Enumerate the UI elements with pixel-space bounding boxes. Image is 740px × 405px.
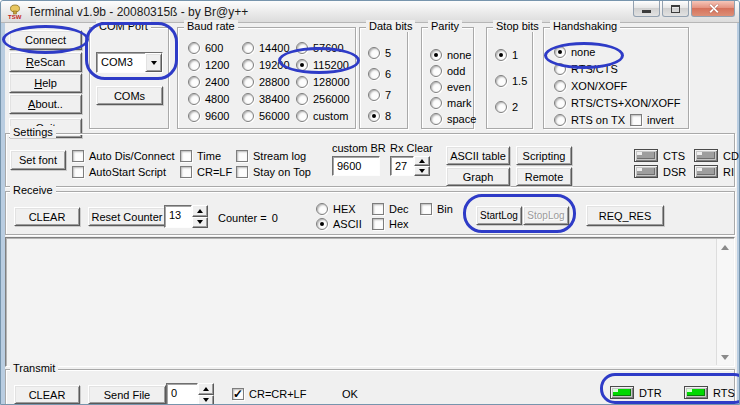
baud-2400[interactable]: 2400 (188, 75, 229, 88)
coms-button[interactable]: COMs (96, 86, 163, 105)
view-hex-radio[interactable]: HEX (316, 202, 356, 215)
cr-lf-checkbox[interactable]: CR=LF (180, 165, 232, 178)
auto-connect-checkbox[interactable]: Auto Dis/Connect (72, 149, 175, 162)
data-bits-8-label: 8 (385, 110, 391, 122)
reset-counter-button[interactable]: Reset Counter (88, 207, 166, 226)
hex-checkbox[interactable]: Hex (372, 217, 409, 230)
checkbox-icon (72, 150, 84, 162)
transmit-group: Transmit CLEAR Send File 0 CR=CR+LF OK D… (5, 369, 735, 405)
rts-indicator[interactable]: RTS (684, 386, 735, 399)
req-res-button[interactable]: REQ_RES (586, 205, 664, 226)
handshake-xon-xoff[interactable]: XON/XOFF (554, 79, 627, 92)
data-bits-7[interactable]: 7 (368, 88, 391, 101)
invert-checkbox[interactable] (630, 114, 642, 126)
spin-down-button[interactable] (192, 217, 208, 229)
baud-115200[interactable]: 115200 (296, 58, 349, 71)
cr-crlf-checkbox[interactable]: CR=CR+LF (232, 387, 306, 400)
parity-mark[interactable]: mark (430, 96, 471, 109)
baud-14400[interactable]: 14400 (242, 41, 290, 54)
transmit-delay-spinner[interactable]: 0 (166, 383, 214, 405)
spin-down-button[interactable] (414, 166, 430, 176)
spin-up-button[interactable] (414, 156, 430, 166)
baud-56000[interactable]: 56000 (242, 109, 290, 122)
ascii-table-button[interactable]: ASCII table (446, 146, 510, 165)
baud-1200[interactable]: 1200 (188, 58, 229, 71)
baud-600[interactable]: 600 (188, 41, 223, 54)
close-button[interactable] (691, 1, 735, 17)
radio-selected-icon (495, 49, 507, 61)
about-button[interactable]: About.. (9, 94, 82, 114)
stop-bits-1[interactable]: 1 (495, 48, 518, 61)
send-file-button[interactable]: Send File (88, 385, 166, 404)
receive-clear-button[interactable]: CLEAR (14, 207, 80, 226)
data-bits-6[interactable]: 6 (368, 67, 391, 80)
set-font-button[interactable]: Set font (10, 150, 66, 170)
baud-28800[interactable]: 28800 (242, 75, 290, 88)
req-res-label: REQ_RES (599, 210, 652, 222)
help-button[interactable]: Help (9, 73, 82, 93)
stop-bits-group-label: Stop bits (493, 20, 542, 32)
handshake-rts-cts[interactable]: RTS/CTS (554, 62, 618, 75)
data-bits-5[interactable]: 5 (368, 46, 391, 59)
stay-on-top-checkbox[interactable]: Stay on Top (236, 165, 311, 178)
parity-space-label: space (447, 113, 476, 125)
spin-up-button[interactable] (192, 205, 208, 217)
rescan-button[interactable]: ReScan (9, 52, 82, 72)
remote-button[interactable]: Remote (516, 167, 572, 186)
data-bits-8[interactable]: 8 (368, 109, 391, 122)
baud-38400[interactable]: 38400 (242, 92, 290, 105)
spin-down-button[interactable] (198, 395, 214, 405)
start-log-button[interactable]: StartLog (476, 206, 522, 225)
transmit-clear-button[interactable]: CLEAR (14, 385, 80, 404)
baud-128000[interactable]: 128000 (296, 75, 350, 88)
bin-checkbox[interactable]: Bin (420, 202, 453, 215)
receive-scrollbar[interactable] (716, 239, 733, 365)
cr-lf-label: CR=LF (197, 166, 232, 178)
parity-even[interactable]: even (430, 80, 471, 93)
settings-group: Settings Set font Auto Dis/Connect AutoS… (5, 133, 735, 187)
cd-led-icon (694, 149, 718, 162)
receive-group-label: Receive (10, 184, 56, 196)
baud-9600[interactable]: 9600 (188, 109, 229, 122)
stream-log-checkbox[interactable]: Stream log (236, 149, 306, 162)
receive-clear-label: CLEAR (29, 211, 66, 223)
bin-label: Bin (437, 203, 453, 215)
stop-bits-2[interactable]: 2 (495, 100, 518, 113)
connect-button[interactable]: Connect (9, 30, 82, 50)
rx-clear-spinner[interactable]: 27 (390, 156, 430, 176)
handshake-rts-on-tx[interactable]: RTS on TXinvert (554, 113, 674, 126)
dtr-indicator[interactable]: DTR (610, 386, 662, 399)
baud-19200[interactable]: 19200 (242, 58, 290, 71)
handshake-rts-cts-xon-xoff[interactable]: RTS/CTS+XON/XOFF (554, 96, 681, 109)
custom-br-input[interactable]: 9600 (332, 156, 380, 176)
baud-57600[interactable]: 57600 (296, 41, 344, 54)
time-checkbox[interactable]: Time (180, 149, 221, 162)
spin-up-button[interactable] (198, 383, 214, 395)
minimize-button[interactable] (633, 1, 660, 17)
stop-log-button[interactable]: StopLog (523, 206, 569, 225)
scroll-up-button[interactable] (717, 239, 733, 255)
com-port-select[interactable]: COM3 (96, 52, 163, 73)
handshake-none[interactable]: none (554, 45, 595, 58)
baud-256000[interactable]: 256000 (296, 92, 350, 105)
receive-count-spinner[interactable]: 13 (164, 205, 208, 228)
checkbox-icon (420, 203, 432, 215)
parity-odd[interactable]: odd (430, 64, 465, 77)
autostart-script-checkbox[interactable]: AutoStart Script (72, 165, 166, 178)
receive-output[interactable] (5, 237, 735, 367)
baud-custom[interactable]: custom (296, 109, 348, 122)
scroll-down-button[interactable] (717, 349, 733, 365)
radio-selected-icon (554, 46, 566, 58)
stop-bits-1-5[interactable]: 1.5 (495, 74, 527, 87)
parity-none[interactable]: none (430, 48, 471, 61)
com-port-dropdown-button[interactable] (145, 53, 162, 72)
view-ascii-radio[interactable]: ASCII (316, 217, 362, 230)
rts-label: RTS (713, 387, 735, 399)
maximize-button[interactable] (662, 1, 689, 17)
baud-4800[interactable]: 4800 (188, 92, 229, 105)
dec-checkbox[interactable]: Dec (372, 202, 409, 215)
scripting-button[interactable]: Scripting (516, 146, 572, 165)
graph-button[interactable]: Graph (446, 167, 510, 186)
checkbox-icon (236, 166, 248, 178)
parity-space[interactable]: space (430, 112, 476, 125)
